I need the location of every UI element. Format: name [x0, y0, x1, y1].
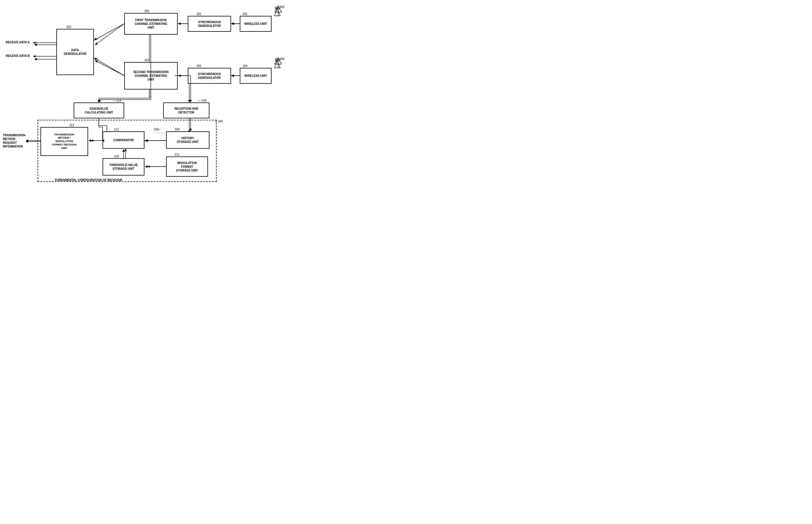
- svg-text:906: 906: [280, 58, 285, 61]
- svg-marker-13: [94, 58, 98, 60]
- second-tce: SECOND TRANSMISSIONCHANNEL ESTIMATINGUNI…: [124, 62, 178, 89]
- ref-207: 207: [144, 59, 149, 62]
- threshold-storage: THRESHOLD-VALUESTORAGE UNIT: [102, 158, 144, 176]
- reception-snr: RECEPTION SNRDETECTOR: [163, 102, 209, 118]
- ref-201: 201: [243, 12, 248, 16]
- ref-208: — 208: [198, 99, 206, 102]
- svg-line-12: [94, 58, 124, 76]
- svg-marker-7: [231, 75, 234, 77]
- svg-marker-17: [98, 100, 100, 102]
- svg-line-54: [95, 61, 124, 76]
- transmission-method-decision: TRANSMISSIONMETHOD /MODULATIONFORMAT DEC…: [41, 127, 88, 156]
- svg-text:905: 905: [280, 5, 285, 9]
- ref-203: 203: [66, 26, 71, 29]
- ref-213: 213: [69, 124, 74, 127]
- ref-206b: 206~: [154, 128, 161, 131]
- ref-200: — 200: [214, 120, 223, 123]
- svg-line-53: [95, 24, 124, 45]
- first-tce: FIRST TRANSMISSIONCHANNEL ESTIMATINGUNIT: [124, 13, 178, 35]
- ref-212: 212: [114, 128, 119, 131]
- ref-209: 209: [175, 128, 180, 131]
- ref-906-label: 906: [275, 59, 280, 62]
- receive-data-a-label: RECEIVE DATA A: [6, 41, 30, 44]
- svg-marker-21: [188, 100, 190, 102]
- svg-marker-39: [33, 42, 35, 44]
- ref-905-label: 905: [275, 7, 280, 11]
- transmission-request-label: TRANSMISSION-METHODREQUESTINFORMATION: [3, 133, 29, 148]
- wireless-unit-1: WIRELESS UNIT: [240, 16, 272, 32]
- sync-demod-2: SYNCHRONOUSDEMODULATOR: [188, 68, 231, 84]
- modulation-format-storage: MODULATIONFORMATSTORAGE UNIT: [166, 157, 208, 177]
- wireless-unit-2: WIRELESS UNIT: [240, 68, 272, 84]
- fundamental-config-label: FUNDAMENTAL CONFIGURATION OF RECEIVER: [55, 178, 122, 182]
- history-storage: HISTORYSTORAGE UNIT: [166, 131, 209, 149]
- ref-205: 205: [196, 64, 201, 68]
- svg-line-10: [94, 24, 124, 40]
- data-demodulator: DATADEMODULATOR: [56, 29, 94, 75]
- ref-202: 202: [196, 12, 201, 16]
- ref-214: — 214: [113, 99, 121, 102]
- ref-204: 204: [243, 64, 248, 68]
- ref-206: 206: [144, 10, 149, 13]
- svg-marker-41: [33, 55, 35, 58]
- receive-data-b-label: RECEIVE DATA B: [6, 54, 30, 58]
- ref-210: 210: [114, 155, 119, 158]
- diagram: 905 906 WIRELESS UNIT 201 905 WIRELESS U…: [0, 0, 289, 186]
- ref-211: 211: [175, 153, 180, 156]
- sync-demod-1: SYNCHRONOUSDEMODULATOR: [188, 16, 231, 32]
- eigenvalue-unit: EIGENVALUECALCULATING UNIT: [74, 102, 124, 118]
- comparator: COMPARATOR: [102, 131, 144, 149]
- svg-marker-3: [231, 22, 234, 25]
- svg-marker-11: [94, 38, 98, 40]
